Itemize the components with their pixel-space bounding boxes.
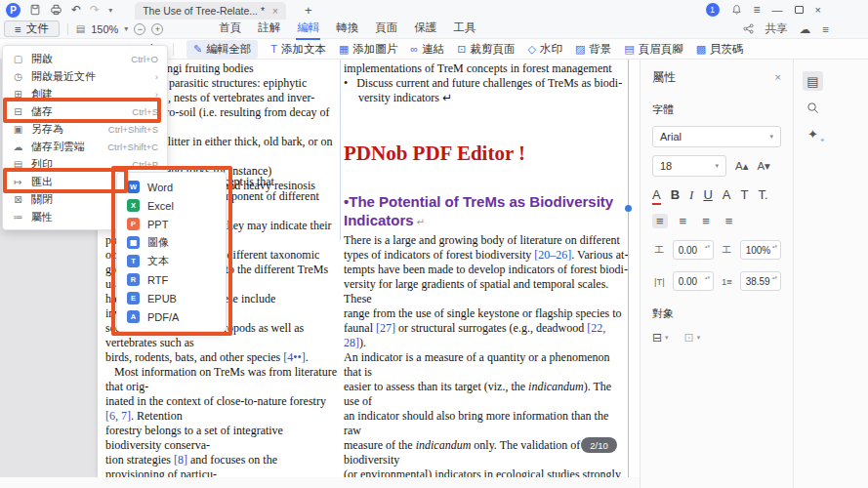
bell-icon[interactable] bbox=[731, 4, 742, 16]
crop-page-button[interactable]: ⊡ 裁剪頁面 bbox=[457, 42, 515, 57]
text-frame-border bbox=[628, 60, 629, 477]
align-right-button[interactable]: ≡ bbox=[698, 214, 714, 228]
ribbon-tab-tools[interactable]: 工具 bbox=[452, 19, 476, 40]
chevron-down-icon: ▾ bbox=[697, 334, 701, 342]
selection-handle-dot[interactable] bbox=[625, 205, 632, 212]
zoom-out-button[interactable]: − bbox=[134, 23, 145, 35]
align-justify-button[interactable]: ≡ bbox=[722, 214, 737, 228]
zoom-level-value[interactable]: 150% bbox=[91, 23, 118, 35]
share-label[interactable]: 共享 bbox=[765, 21, 788, 36]
restore-button[interactable] bbox=[795, 6, 804, 14]
doc-right-top-text: implementations of TreM concepts in fore… bbox=[344, 61, 629, 105]
hamburger-menu-icon[interactable]: ≡ bbox=[754, 4, 761, 16]
chevron-down-icon: ▾ bbox=[769, 133, 773, 141]
spinner-arrows-icon[interactable]: ▴▾ bbox=[772, 243, 777, 250]
increase-font-icon[interactable]: A▴ bbox=[735, 159, 748, 173]
notification-badge[interactable]: 1 bbox=[706, 3, 720, 17]
minimize-button[interactable]: — bbox=[772, 4, 783, 16]
page-gap bbox=[0, 477, 640, 488]
menubar: ≡ 文件 ▤ 150% ▾ − + 首頁 註解 編輯 轉換 頁面 保護 工具 共… bbox=[0, 20, 868, 39]
titlebar: P ↶ ↷ ▾ The Use of Tree-Relate... * × + … bbox=[0, 0, 868, 20]
app-logo-icon: P bbox=[6, 3, 21, 18]
ribbon-tab-page[interactable]: 頁面 bbox=[374, 19, 398, 40]
distribute-objects-button[interactable]: ⊡ ▾ bbox=[684, 331, 701, 345]
background-button[interactable]: ▨ 背景 bbox=[575, 42, 611, 57]
hamburger-icon: ≡ bbox=[15, 23, 21, 35]
align-center-button[interactable]: ≡ bbox=[676, 214, 691, 228]
collapse-toolbar-icon[interactable]: ≡ bbox=[822, 23, 829, 35]
font-size-select[interactable]: 18 ▾ bbox=[652, 155, 726, 177]
document-tab[interactable]: The Use of Tree-Relate... * × bbox=[135, 2, 286, 20]
ribbon-tab-convert[interactable]: 轉換 bbox=[335, 19, 359, 40]
ribbon-tab-home[interactable]: 首頁 bbox=[218, 19, 242, 40]
file-menu-button[interactable]: ≡ 文件 bbox=[4, 20, 60, 37]
chevron-down-icon: ▾ bbox=[715, 162, 719, 170]
pencil-icon: ✎ bbox=[193, 43, 202, 56]
word-spacing-input[interactable]: 0.00 ▴▾ bbox=[673, 271, 714, 291]
clock-icon: ◷ bbox=[12, 71, 24, 82]
page-fit-icon[interactable]: ▤ bbox=[76, 23, 85, 34]
spinner-arrows-icon[interactable]: ▴▾ bbox=[772, 274, 777, 281]
menu-item-open-recent[interactable]: ◷ 開啟最近文件 › bbox=[3, 67, 167, 85]
add-text-button[interactable]: T 添加文本 bbox=[270, 42, 326, 57]
uppercase-button[interactable]: T bbox=[740, 187, 748, 202]
cloud-icon[interactable]: ☁ bbox=[800, 22, 811, 36]
stroke-button[interactable]: A bbox=[723, 187, 731, 202]
add-image-button[interactable]: ▦ 添加圖片 bbox=[339, 42, 397, 57]
font-section-label: 字體 bbox=[652, 102, 781, 117]
return-mark: ↵ bbox=[414, 217, 425, 227]
ribbon-tab-protect[interactable]: 保護 bbox=[413, 19, 437, 40]
header-footer-icon: ▤ bbox=[624, 43, 634, 56]
save-file-icon[interactable] bbox=[29, 4, 41, 16]
watermark-icon: ◇ bbox=[527, 43, 535, 56]
underline-button[interactable]: U bbox=[703, 187, 712, 202]
font-color-button[interactable]: A bbox=[652, 187, 661, 205]
watermark-button[interactable]: ◇ 水印 bbox=[527, 42, 561, 57]
properties-panel-icon[interactable]: ▤ bbox=[803, 71, 823, 91]
bold-button[interactable]: B bbox=[671, 187, 680, 202]
ai-sparkle-icon[interactable]: ✦✦ bbox=[803, 124, 823, 143]
undo-icon[interactable]: ↶ bbox=[71, 4, 81, 16]
highlight-box-submenu bbox=[111, 166, 232, 336]
menu-item-save-to-cloud[interactable]: ☁ 儲存到雲端 Ctrl+Shift+C bbox=[3, 138, 167, 155]
menu-item-open[interactable]: ▢ 開啟 Ctrl+O bbox=[3, 50, 167, 67]
zoom-in-button[interactable]: + bbox=[151, 23, 163, 35]
char-spacing-input[interactable]: 0.00 ▴▾ bbox=[673, 240, 714, 260]
highlight-box-save bbox=[3, 98, 161, 123]
image-icon: ▦ bbox=[339, 43, 349, 56]
spinner-arrows-icon[interactable]: ▴▾ bbox=[705, 243, 710, 250]
decrease-font-icon[interactable]: A▾ bbox=[757, 159, 769, 173]
properties-panel-title: 屬性 bbox=[652, 69, 676, 86]
share-icon[interactable] bbox=[743, 23, 754, 34]
spinner-arrows-icon[interactable]: ▴▾ bbox=[705, 274, 710, 281]
tab-close-icon[interactable]: × bbox=[272, 6, 278, 17]
header-footer-button[interactable]: ▤ 頁眉頁腳 bbox=[624, 42, 682, 57]
panel-close-icon[interactable]: × bbox=[775, 71, 781, 83]
edit-all-button[interactable]: ✎ 編輯全部 bbox=[186, 40, 258, 59]
align-objects-button[interactable]: ⊟ ▾ bbox=[652, 331, 669, 345]
object-section-label: 對象 bbox=[652, 306, 781, 321]
crop-icon: ⊡ bbox=[457, 43, 466, 56]
font-family-select[interactable]: Arial ▾ bbox=[652, 126, 781, 147]
print-icon[interactable] bbox=[50, 4, 62, 16]
search-icon[interactable] bbox=[803, 98, 823, 117]
page-indicator: 2/10 bbox=[581, 437, 617, 453]
ribbon-tab-annotate[interactable]: 註解 bbox=[257, 19, 281, 40]
char-spacing-icon: 工 bbox=[652, 244, 667, 257]
line-height-input[interactable]: 38.59 ▴▾ bbox=[740, 271, 781, 291]
horizontal-scale-input[interactable]: 100% ▴▾ bbox=[740, 240, 781, 260]
ribbon-tab-edit[interactable]: 編輯 bbox=[296, 19, 320, 40]
inserted-red-heading: PDNob PDF Editor ! bbox=[344, 142, 629, 166]
right-sidebar: ▤ ✦✦ bbox=[793, 60, 868, 488]
subscript-button[interactable]: T. bbox=[758, 187, 767, 202]
close-button[interactable]: × bbox=[815, 4, 821, 16]
new-tab-button[interactable]: + bbox=[305, 3, 312, 18]
zoom-caret-icon[interactable]: ▾ bbox=[124, 24, 128, 33]
link-button[interactable]: ∞ 連結 bbox=[410, 42, 444, 57]
align-left-button[interactable]: ≡ bbox=[652, 214, 668, 228]
italic-button[interactable]: I bbox=[689, 187, 693, 203]
bates-number-button[interactable]: ▩ 貝茨碼 bbox=[696, 42, 744, 57]
quick-actions-caret-icon[interactable]: ▾ bbox=[108, 6, 112, 15]
redo-icon[interactable]: ↷ bbox=[90, 4, 100, 16]
line-height-icon: 1≡ bbox=[720, 276, 734, 287]
